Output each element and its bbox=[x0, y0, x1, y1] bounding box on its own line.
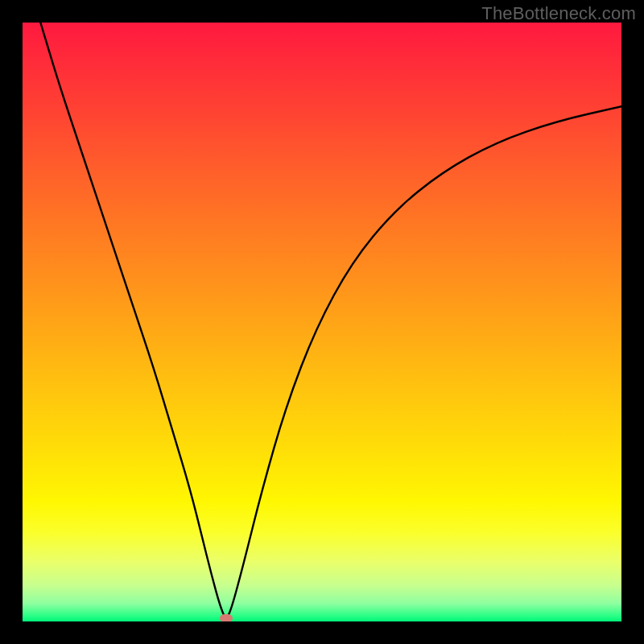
outer-frame: TheBottleneck.com bbox=[0, 0, 644, 644]
bottleneck-curve-path bbox=[40, 23, 621, 617]
bottleneck-curve-svg bbox=[23, 23, 621, 621]
minimum-marker bbox=[220, 614, 233, 621]
plot-area bbox=[23, 23, 621, 621]
watermark-text: TheBottleneck.com bbox=[481, 3, 636, 24]
